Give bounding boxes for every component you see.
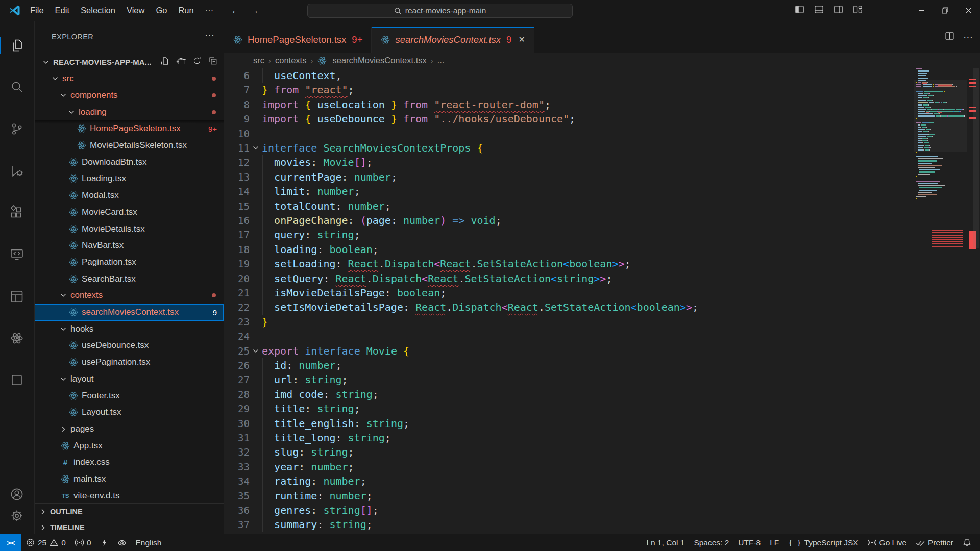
code-line-15[interactable]: 15 totalCount: number; (224, 199, 914, 213)
menu-run[interactable]: Run (173, 6, 199, 15)
code-area[interactable]: 6 useContext,7} from "react";8import { u… (224, 68, 980, 534)
code-line-26[interactable]: 26 id: number; (224, 358, 914, 372)
customize-layout-icon[interactable] (852, 4, 863, 17)
tree-item-app-tsx[interactable]: App.tsx (35, 437, 224, 454)
tree-item-downloadbtn-tsx[interactable]: DownloadBtn.tsx (35, 154, 224, 170)
minimap[interactable] (914, 68, 967, 534)
settings-icon[interactable] (0, 505, 34, 527)
split-editor-icon[interactable] (944, 31, 955, 43)
breadcrumb-item-contexts[interactable]: contexts (275, 56, 306, 65)
code-line-30[interactable]: 30 title_english: string; (224, 416, 914, 431)
tree-item-moviedetails-tsx[interactable]: MovieDetails.tsx (35, 220, 224, 237)
code-line-22[interactable]: 22 setIsMovieDetailsPage: React.Dispatch… (224, 300, 914, 314)
refresh-icon[interactable] (192, 56, 202, 68)
run-and-debug-icon[interactable] (0, 160, 34, 182)
code-line-6[interactable]: 6 useContext, (224, 68, 914, 83)
tree-item-vite-env-d-ts[interactable]: TSvite-env.d.ts (35, 487, 224, 503)
tree-item-loading-tsx[interactable]: Loading.tsx (35, 170, 224, 187)
tree-item-contexts[interactable]: contexts (35, 287, 224, 304)
editor-more-actions-icon[interactable]: ··· (963, 32, 973, 43)
tree-item-layout-tsx[interactable]: Layout.tsx (35, 404, 224, 421)
breadcrumb-item-src[interactable]: src (253, 56, 264, 65)
tree-item-pagination-tsx[interactable]: Pagination.tsx (35, 254, 224, 270)
menu-view[interactable]: View (121, 6, 150, 15)
minimize-button[interactable] (910, 0, 933, 21)
menu-go[interactable]: Go (150, 6, 173, 15)
code-line-16[interactable]: 16 onPageChange: (page: number) => void; (224, 213, 914, 228)
accounts-icon[interactable] (0, 483, 34, 506)
code-line-8[interactable]: 8import { useLocation } from "react-rout… (224, 97, 914, 112)
code-line-19[interactable]: 19 setLoading: React.Dispatch<React.SetS… (224, 257, 914, 271)
tree-item-main-tsx[interactable]: main.tsx (35, 471, 224, 488)
tree-item-pages[interactable]: pages (35, 420, 224, 437)
tree-item-searchmoviescontext-tsx[interactable]: searchMoviesContext.tsx9 (35, 304, 224, 321)
tab-searchmoviescontext-tsx[interactable]: searchMoviesContext.tsx9✕ (372, 27, 534, 53)
status-encoding[interactable]: UTF-8 (733, 534, 765, 551)
window-blocks-icon[interactable] (0, 285, 34, 308)
collapse-folders-icon[interactable] (208, 56, 217, 68)
code-line-31[interactable]: 31 title_long: string; (224, 431, 914, 445)
code-line-7[interactable]: 7} from "react"; (224, 83, 914, 97)
remote-indicator[interactable]: >< (0, 534, 21, 551)
search-icon[interactable] (0, 76, 34, 98)
back-button[interactable]: ← (231, 5, 241, 16)
code-line-27[interactable]: 27 url: string; (224, 372, 914, 387)
code-line-20[interactable]: 20 setQuery: React.Dispatch<React.SetSta… (224, 271, 914, 286)
tree-item-loading[interactable]: loading (35, 104, 224, 120)
code-line-14[interactable]: 14 limit: number; (224, 184, 914, 198)
menu-selection[interactable]: Selection (75, 6, 121, 15)
new-folder-icon[interactable] (176, 56, 186, 68)
forward-button[interactable]: → (249, 5, 259, 16)
status-eol[interactable]: LF (765, 534, 783, 551)
tab-homepageskeleton-tsx[interactable]: HomePageSkeleton.tsx9+ (224, 27, 372, 53)
status-indentation[interactable]: Spaces: 2 (689, 534, 733, 551)
code-line-28[interactable]: 28 imd_code: string; (224, 387, 914, 402)
code-line-18[interactable]: 18 loading: boolean; (224, 242, 914, 257)
code-line-23[interactable]: 23} (224, 315, 914, 329)
explorer-more-actions-icon[interactable]: ··· (205, 30, 214, 41)
fold-chevron-down-icon[interactable] (252, 347, 260, 357)
status-cursor-position[interactable]: Ln 1, Col 1 (642, 534, 689, 551)
tree-root[interactable]: REACT-MOVIES-APP-MA... (35, 54, 224, 70)
close-tab-icon[interactable]: ✕ (518, 35, 525, 44)
tree-item-components[interactable]: components (35, 87, 224, 104)
breadcrumb-item-searchmoviescontext-tsx[interactable]: searchMoviesContext.tsx (332, 56, 426, 65)
code-line-17[interactable]: 17 query: string; (224, 228, 914, 242)
tree-item-usedebounce-tsx[interactable]: useDebounce.tsx (35, 337, 224, 354)
tree-item-layout[interactable]: layout (35, 370, 224, 387)
close-window-button[interactable] (957, 0, 980, 21)
scrollbar[interactable] (973, 68, 979, 248)
code-line-25[interactable]: 25export interface Movie { (224, 344, 914, 358)
code-line-10[interactable]: 10 (224, 127, 914, 141)
code-line-11[interactable]: 11interface SearchMoviesContextProps { (224, 141, 914, 155)
code-line-33[interactable]: 33 year: number; (224, 460, 914, 474)
status-thunder-client[interactable] (96, 534, 113, 551)
code-line-13[interactable]: 13 currentPage: number; (224, 170, 914, 184)
extensions-icon[interactable] (0, 202, 34, 224)
tree-item-navbar-tsx[interactable]: NavBar.tsx (35, 237, 224, 254)
status-spell-language[interactable]: English (131, 534, 166, 551)
code-line-12[interactable]: 12 movies: Movie[]; (224, 155, 914, 169)
status-language-mode[interactable]: { }TypeScript JSX (783, 534, 863, 551)
tree-item-modal-tsx[interactable]: Modal.tsx (35, 187, 224, 204)
command-center-search[interactable]: react-movies-app-main (307, 4, 573, 18)
code-line-32[interactable]: 32 slug: string; (224, 445, 914, 459)
react-devtools-icon[interactable] (0, 327, 34, 349)
status-prettier[interactable]: Prettier (911, 534, 958, 551)
menu-edit[interactable]: Edit (50, 6, 75, 15)
code-line-37[interactable]: 37 summary: string; (224, 517, 914, 532)
tree-item-footer-tsx[interactable]: Footer.tsx (35, 387, 224, 404)
explorer-icon[interactable] (0, 34, 34, 57)
breadcrumb-item-[interactable]: ... (437, 56, 445, 65)
status-notifications[interactable] (958, 534, 976, 551)
toggle-sidebar-icon[interactable] (794, 4, 805, 17)
status-go-live[interactable]: Go Live (863, 534, 911, 551)
code-line-36[interactable]: 36 genres: string[]; (224, 503, 914, 517)
menu-more[interactable]: ··· (200, 6, 219, 15)
code-line-9[interactable]: 9import { useDebounce } from "../hooks/u… (224, 112, 914, 126)
code-line-24[interactable]: 24 (224, 329, 914, 343)
code-line-21[interactable]: 21 isMovieDetailsPage: boolean; (224, 286, 914, 300)
fold-chevron-down-icon[interactable] (252, 144, 260, 154)
tree-item-usepagination-tsx[interactable]: usePagination.tsx (35, 354, 224, 371)
code-line-35[interactable]: 35 runtime: number; (224, 489, 914, 503)
